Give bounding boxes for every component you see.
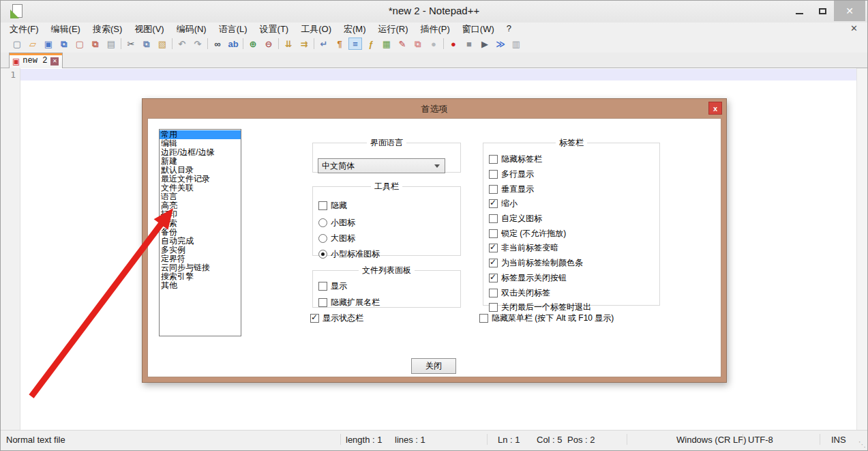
- function-list-icon[interactable]: ƒ: [364, 38, 378, 50]
- file-list-checkbox[interactable]: 显示: [318, 278, 460, 294]
- undo-icon[interactable]: ↶: [175, 38, 189, 50]
- close-all-icon[interactable]: ⧉: [89, 38, 102, 50]
- tabbar-checkbox[interactable]: 缩小: [489, 197, 659, 212]
- word-wrap-icon[interactable]: ↵: [317, 38, 331, 50]
- menu-item[interactable]: 插件(P): [415, 23, 456, 36]
- tabbar-checkbox[interactable]: 非当前标签变暗: [489, 241, 659, 256]
- line-number-gutter: 1: [1, 68, 20, 430]
- maximize-button[interactable]: [811, 1, 834, 21]
- toolbar-hide-checkbox[interactable]: 隐藏: [318, 198, 460, 214]
- tabbar-checkbox[interactable]: 自定义图标: [489, 212, 659, 227]
- ui-language-dropdown[interactable]: 中文简体: [318, 158, 445, 173]
- file-list-panel-group: 文件列表面板 显示隐藏扩展名栏: [312, 265, 461, 308]
- macro-record-icon[interactable]: ●: [447, 38, 460, 50]
- tabbar-checkbox[interactable]: 垂直显示: [489, 181, 659, 197]
- cut-icon[interactable]: ✂: [124, 38, 138, 50]
- monitoring-icon[interactable]: ●: [427, 38, 440, 50]
- menu-item[interactable]: 运行(R): [372, 23, 414, 36]
- redo-icon[interactable]: ↷: [191, 38, 205, 50]
- preference-category-list: 常用编辑边距/边框/边缘新建默认目录最近文件记录文件关联语言高亮打印搜索备份自动…: [159, 129, 241, 336]
- toolbar-separator: [243, 38, 243, 49]
- doc-switcher-icon[interactable]: ✎: [395, 38, 409, 50]
- tab-new-2[interactable]: ▣ new 2 ✕: [9, 53, 63, 68]
- file-list-checkbox[interactable]: 隐藏扩展名栏: [318, 294, 460, 310]
- menu-item[interactable]: 文件(F): [3, 23, 45, 36]
- menu-item[interactable]: 语言(L): [213, 23, 254, 36]
- option-label: 为当前标签绘制颜色条: [501, 257, 583, 269]
- close-window-button[interactable]: ✕: [834, 1, 865, 21]
- tabbar-checkbox[interactable]: 隐藏标签栏: [489, 152, 659, 167]
- checkbox-icon: [489, 199, 498, 208]
- tabbar-checkbox[interactable]: 多行显示: [489, 167, 659, 182]
- status-separator: [820, 434, 820, 445]
- replace-icon[interactable]: ab: [226, 38, 240, 50]
- menu-item[interactable]: 编辑(E): [45, 23, 87, 36]
- minimize-button[interactable]: [788, 1, 811, 21]
- macro-run-multiple-icon[interactable]: ≫: [494, 38, 507, 50]
- menu-item[interactable]: 工具(O): [295, 23, 338, 36]
- print-icon[interactable]: ▤: [104, 38, 118, 50]
- dialog-close-action-button[interactable]: 关闭: [411, 358, 456, 374]
- checkbox-icon: [489, 244, 498, 252]
- save-icon[interactable]: ▣: [42, 38, 55, 50]
- option-label: 非当前标签变暗: [501, 242, 558, 254]
- tabbar-checkbox[interactable]: 锁定 (不允许拖放): [489, 226, 659, 241]
- option-label: 双击关闭标签: [501, 287, 550, 299]
- show-all-chars-icon[interactable]: ¶: [333, 38, 346, 50]
- tab-close-icon[interactable]: ✕: [50, 57, 59, 66]
- tabbar-checkbox[interactable]: 双击关闭标签: [489, 285, 659, 300]
- status-bar: Normal text file length : 1 lines : 1 Ln…: [1, 430, 867, 450]
- option-label: 标签显示关闭按钮: [501, 272, 567, 284]
- save-all-icon[interactable]: ⧉: [57, 38, 71, 50]
- menu-item[interactable]: 搜索(S): [87, 23, 128, 36]
- tabbar-checks: 隐藏标签栏多行显示垂直显示缩小自定义图标锁定 (不允许拖放)非当前标签变暗为当前…: [483, 149, 659, 315]
- toolbar-size-radio[interactable]: 小型标准图标: [318, 246, 460, 262]
- zoom-in-icon[interactable]: ⊕: [246, 38, 260, 50]
- tab-label: new 2: [23, 56, 47, 66]
- menu-item[interactable]: ?: [500, 23, 518, 36]
- toolbar-checks: 隐藏: [313, 192, 460, 214]
- status-separator: [743, 434, 743, 445]
- toolbar-size-radio[interactable]: 小图标: [318, 215, 460, 231]
- dialog-title: 首选项: [143, 103, 726, 115]
- indent-guide-icon[interactable]: ≡: [348, 38, 362, 50]
- toolbar-size-radio[interactable]: 大图标: [318, 231, 460, 246]
- macro-save-icon[interactable]: ▥: [509, 38, 523, 50]
- zoom-out-icon[interactable]: ⊖: [262, 38, 275, 50]
- checkbox-icon: [479, 314, 488, 323]
- macro-stop-icon[interactable]: ■: [462, 38, 476, 50]
- document-map-icon[interactable]: ▦: [380, 38, 393, 50]
- tabbar-checkbox[interactable]: 标签显示关闭按钮: [489, 271, 659, 286]
- resize-grip[interactable]: ⋱: [858, 440, 866, 449]
- sync-vertical-icon[interactable]: ⇊: [282, 38, 295, 50]
- radio-icon: [318, 250, 327, 259]
- status-separator: [487, 434, 488, 445]
- option-label: 隐藏: [331, 200, 347, 212]
- toolbar-group-legend: 工具栏: [371, 181, 402, 192]
- dialog-close-button[interactable]: x: [708, 102, 722, 115]
- macro-play-icon[interactable]: ▶: [478, 38, 492, 50]
- open-folder-icon[interactable]: ▱: [26, 38, 40, 50]
- menu-item[interactable]: 设置(T): [254, 23, 295, 36]
- menu-item[interactable]: 窗口(W): [456, 23, 500, 36]
- ui-language-group: 界面语言 中文简体: [312, 137, 461, 173]
- show-statusbar-checkbox[interactable]: 显示状态栏: [310, 312, 363, 323]
- paste-icon[interactable]: ▧: [155, 38, 169, 50]
- folder-workspace-icon[interactable]: ⧉: [411, 38, 425, 50]
- close-doc-icon[interactable]: ▢: [73, 38, 87, 50]
- preference-category-item[interactable]: 其他: [160, 281, 241, 290]
- new-file-icon[interactable]: ▢: [10, 38, 24, 50]
- toolbar-separator: [207, 38, 208, 49]
- copy-icon[interactable]: ⧉: [140, 38, 153, 50]
- hide-menubar-checkbox[interactable]: 隐藏菜单栏 (按下 Alt 或 F10 显示): [479, 312, 614, 323]
- editor-scrollbar[interactable]: [856, 68, 867, 430]
- menu-item[interactable]: 宏(M): [338, 23, 372, 36]
- find-icon[interactable]: ∞: [211, 38, 224, 50]
- status-column: Col : 5: [537, 435, 563, 445]
- menu-item[interactable]: 编码(N): [170, 23, 213, 36]
- menubar-close-icon[interactable]: ✕: [850, 23, 858, 33]
- menu-item[interactable]: 视图(V): [128, 23, 170, 36]
- sync-horizontal-icon[interactable]: ⇉: [297, 38, 311, 50]
- tabbar-checkbox[interactable]: 为当前标签绘制颜色条: [489, 256, 659, 271]
- toolbar-separator: [314, 38, 314, 49]
